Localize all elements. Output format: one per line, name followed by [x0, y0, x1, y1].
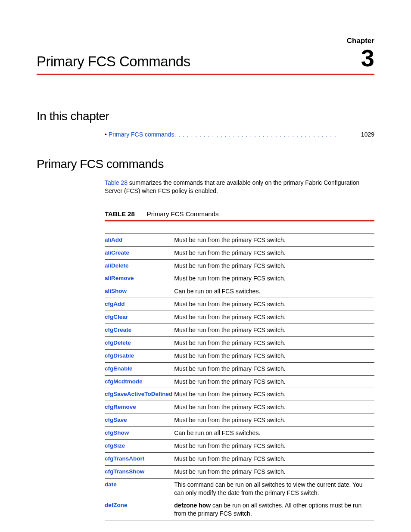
table-row: cfgEnableMust be run from the primary FC…	[105, 362, 374, 375]
heading-primary-fcs-commands: Primary FCS commands	[37, 157, 374, 171]
command-link[interactable]: aliDelete	[105, 259, 174, 272]
intro-text: summarizes the commands that are availab…	[105, 179, 359, 194]
command-link[interactable]: cfgRemove	[105, 401, 174, 414]
command-link[interactable]: date	[105, 478, 174, 499]
table-row: defZone defzone how can be run on all sw…	[105, 499, 374, 520]
command-link[interactable]: cfgEnable	[105, 362, 174, 375]
bullet-icon: •	[105, 131, 107, 138]
table-row: cfgCreateMust be run from the primary FC…	[105, 324, 374, 337]
table-row: cfgDeleteMust be run from the primary FC…	[105, 336, 374, 349]
chapter-number: 3	[361, 46, 374, 70]
table-row: aliDeleteMust be run from the primary FC…	[105, 259, 374, 272]
command-desc: Must be run from the primary FCS switch.	[174, 465, 374, 478]
heading-in-this-chapter: In this chapter	[37, 109, 374, 123]
toc-leader-dots: . . . . . . . . . . . . . . . . . . . . …	[174, 131, 353, 138]
table-row: cfgAddMust be run from the primary FCS s…	[105, 298, 374, 311]
command-link[interactable]: cfgTransAbort	[105, 452, 174, 465]
table-row: cfgShowCan be run on all FCS switches.	[105, 427, 374, 440]
command-desc: Must be run from the primary FCS switch.	[174, 401, 374, 414]
command-desc: Must be run from the primary FCS switch.	[174, 349, 374, 362]
table-number: TABLE 28	[105, 210, 135, 218]
command-desc: Must be run from the primary FCS switch.	[174, 311, 374, 324]
table-row: cfgSaveActiveToDefinedMust be run from t…	[105, 388, 374, 401]
command-link[interactable]: aliAdd	[105, 233, 174, 246]
command-link[interactable]: cfgDisable	[105, 349, 174, 362]
command-desc: Must be run from the primary FCS switch.	[174, 388, 374, 401]
table-row: cfgMcdtmodeMust be run from the primary …	[105, 375, 374, 388]
command-link[interactable]: cfgMcdtmode	[105, 375, 174, 388]
defzone-lead-bold: defzone	[174, 502, 197, 509]
command-link[interactable]: cfgClear	[105, 311, 174, 324]
chapter-header: Primary FCS Commands 3	[37, 46, 374, 75]
table-row: cfgTransShowMust be run from the primary…	[105, 465, 374, 478]
command-desc: Must be run from the primary FCS switch.	[174, 298, 374, 311]
command-desc: Must be run from the primary FCS switch.	[174, 440, 374, 453]
command-link[interactable]: cfgSize	[105, 440, 174, 453]
command-desc: Must be run from the primary FCS switch.	[174, 259, 374, 272]
command-link[interactable]: aliRemove	[105, 272, 174, 285]
command-link[interactable]: cfgSave	[105, 414, 174, 427]
defzone-how-bold: how	[199, 502, 211, 509]
command-desc: Can be run on all FCS switches.	[174, 427, 374, 440]
toc-page-number: 1029	[361, 131, 374, 138]
table-row: aliRemoveMust be run from the primary FC…	[105, 272, 374, 285]
toc-entry: • Primary FCS commands . . . . . . . . .…	[105, 131, 374, 138]
table-caption: TABLE 28 Primary FCS Commands	[105, 210, 374, 221]
command-desc: Must be run from the primary FCS switch.	[174, 324, 374, 337]
commands-table: aliAddMust be run from the primary FCS s…	[105, 229, 374, 520]
command-link-defzone[interactable]: defZone	[105, 499, 174, 520]
toc-link-primary-fcs[interactable]: Primary FCS commands	[109, 131, 174, 138]
command-desc: Can be run on all FCS switches.	[174, 285, 374, 298]
command-link[interactable]: cfgSaveActiveToDefined	[105, 388, 174, 401]
table-row: aliCreateMust be run from the primary FC…	[105, 246, 374, 259]
table-row: cfgSizeMust be run from the primary FCS …	[105, 440, 374, 453]
command-link[interactable]: cfgDelete	[105, 336, 174, 349]
page-title: Primary FCS Commands	[37, 53, 190, 70]
table-row: cfgDisableMust be run from the primary F…	[105, 349, 374, 362]
command-link[interactable]: cfgShow	[105, 427, 174, 440]
command-desc: Must be run from the primary FCS switch.	[174, 272, 374, 285]
command-desc: defzone how can be run on all switches. …	[174, 499, 374, 520]
command-desc: Must be run from the primary FCS switch.	[174, 362, 374, 375]
table-row: aliAddMust be run from the primary FCS s…	[105, 233, 374, 246]
command-link[interactable]: cfgTransShow	[105, 465, 174, 478]
command-desc: This command can be run on all switches …	[174, 478, 374, 499]
command-link[interactable]: cfgCreate	[105, 324, 174, 337]
table-row: dateThis command can be run on all switc…	[105, 478, 374, 499]
command-desc: Must be run from the primary FCS switch.	[174, 246, 374, 259]
command-desc: Must be run from the primary FCS switch.	[174, 414, 374, 427]
command-desc: Must be run from the primary FCS switch.	[174, 375, 374, 388]
table-title: Primary FCS Commands	[147, 210, 219, 218]
chapter-label: Chapter	[37, 37, 374, 45]
table-reference-link[interactable]: Table 28	[105, 179, 128, 186]
table-row: aliShowCan be run on all FCS switches.	[105, 285, 374, 298]
intro-paragraph: Table 28 summarizes the commands that ar…	[105, 179, 374, 195]
command-desc: Must be run from the primary FCS switch.	[174, 233, 374, 246]
table-row: cfgTransAbortMust be run from the primar…	[105, 452, 374, 465]
table-row: cfgSaveMust be run from the primary FCS …	[105, 414, 374, 427]
command-link[interactable]: cfgAdd	[105, 298, 174, 311]
command-link[interactable]: aliShow	[105, 285, 174, 298]
command-desc: Must be run from the primary FCS switch.	[174, 452, 374, 465]
command-desc: Must be run from the primary FCS switch.	[174, 336, 374, 349]
table-row: cfgClearMust be run from the primary FCS…	[105, 311, 374, 324]
table-row: cfgRemoveMust be run from the primary FC…	[105, 401, 374, 414]
command-link[interactable]: aliCreate	[105, 246, 174, 259]
